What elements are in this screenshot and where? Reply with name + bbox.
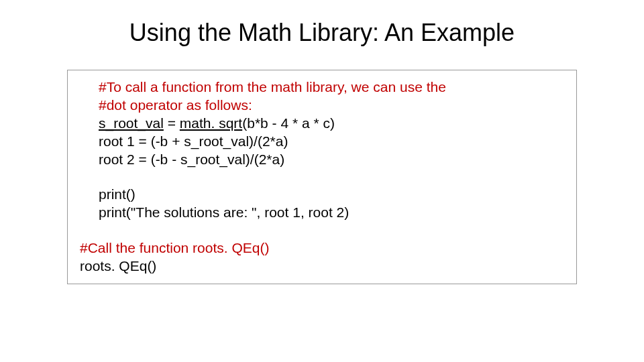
code-text: = [164, 115, 180, 131]
code-line: print("The solutions are: ", root 1, roo… [99, 204, 564, 222]
code-call: math. sqrt [180, 115, 242, 131]
code-comment-line: #Call the function roots. QEq() [80, 239, 564, 257]
code-line: root 2 = (-b - s_root_val)/(2*a) [99, 151, 564, 169]
code-line: root 1 = (-b + s_root_val)/(2*a) [99, 133, 564, 151]
code-example-box: #To call a function from the math librar… [67, 70, 577, 284]
code-line: s_root_val = math. sqrt(b*b - 4 * a * c) [99, 115, 564, 133]
code-comment-line: #To call a function from the math librar… [99, 78, 564, 97]
blank-line [99, 168, 564, 186]
blank-line [80, 222, 564, 239]
slide-title: Using the Math Library: An Example [67, 19, 577, 47]
code-line: roots. QEq() [80, 257, 564, 276]
code-text: (b*b - 4 * a * c) [242, 115, 335, 131]
code-comment-line: #dot operator as follows: [99, 97, 564, 115]
slide: Using the Math Library: An Example #To c… [0, 0, 644, 362]
code-var: s_root_val [99, 115, 164, 131]
code-line: print() [99, 186, 564, 204]
code-indented-block: #To call a function from the math librar… [80, 78, 564, 222]
